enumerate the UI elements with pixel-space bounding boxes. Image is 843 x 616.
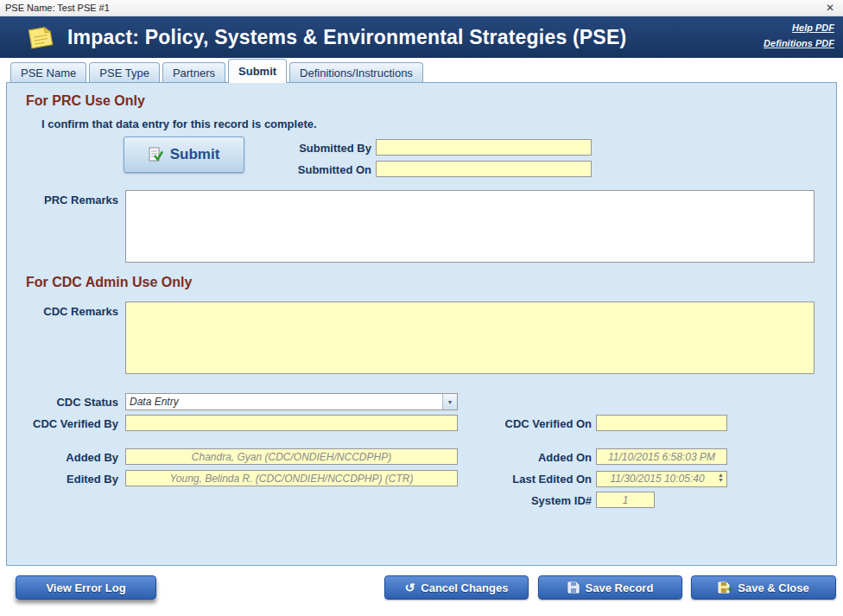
save-close-button[interactable]: Save & Close: [691, 575, 836, 600]
cdc-status-value: Data Entry: [126, 394, 442, 410]
tab-pse-type[interactable]: PSE Type: [89, 62, 160, 83]
tab-definitions-instructions[interactable]: Definitions/Instructions: [289, 62, 423, 83]
cdc-status-dropdown[interactable]: Data Entry ▼: [125, 393, 458, 410]
cancel-changes-button[interactable]: ↺ Cancel Changes: [384, 575, 529, 600]
cdc-remarks-label: CDC Remarks: [7, 305, 118, 318]
tabstrip: PSE Name PSE Type Partners Submit Defini…: [10, 58, 426, 83]
prc-remarks-label: PRC Remarks: [7, 194, 118, 206]
page-title: Impact: Policy, Systems & Environmental …: [67, 26, 626, 49]
help-pdf-link[interactable]: Help PDF: [764, 20, 834, 35]
view-error-log-label: View Error Log: [46, 581, 125, 594]
prc-section-heading: For PRC Use Only: [26, 93, 145, 109]
submit-button-label: Submit: [170, 146, 220, 163]
submitted-by-field[interactable]: [376, 139, 592, 156]
last-edited-on-field: [596, 471, 727, 487]
footer-bar: View Error Log ↺ Cancel Changes Save Rec…: [0, 566, 843, 616]
edited-by-field: [125, 470, 458, 486]
system-id-field: [596, 492, 655, 508]
cdc-verified-by-field[interactable]: [125, 415, 458, 431]
submit-form-icon: [149, 147, 163, 162]
close-icon[interactable]: ✕: [822, 2, 838, 14]
edited-by-label: Edited By: [7, 473, 118, 486]
tab-pse-name[interactable]: PSE Name: [10, 62, 86, 83]
definitions-pdf-link[interactable]: Definitions PDF: [764, 35, 834, 51]
submitted-by-label: Submitted By: [214, 142, 371, 155]
note-icon: [24, 24, 55, 50]
cancel-changes-label: Cancel Changes: [421, 581, 508, 594]
header-links: Help PDF Definitions PDF: [764, 20, 834, 51]
pse-window: PSE Name: Test PSE #1 ✕ Impact: Policy, …: [0, 0, 843, 616]
submit-tab-panel: For PRC Use Only I confirm that data ent…: [6, 82, 837, 566]
last-edited-on-spinner[interactable]: ▲ ▼: [716, 471, 726, 484]
added-by-label: Added By: [7, 451, 118, 464]
save-record-label: Save Record: [586, 581, 654, 594]
undo-icon: ↺: [405, 581, 415, 594]
cdc-verified-by-label: CDC Verified By: [7, 417, 118, 430]
added-on-label: Added On: [478, 451, 592, 464]
window-title: PSE Name: Test PSE #1: [5, 3, 822, 13]
submitted-on-field[interactable]: [376, 161, 592, 177]
prc-remarks-field[interactable]: [125, 190, 814, 263]
app-header: Impact: Policy, Systems & Environmental …: [0, 16, 843, 58]
spinner-down-icon[interactable]: ▼: [718, 478, 724, 483]
added-by-field: [125, 448, 458, 465]
cdc-remarks-field[interactable]: [125, 302, 814, 374]
tab-partners[interactable]: Partners: [162, 62, 225, 83]
view-error-log-button[interactable]: View Error Log: [16, 575, 156, 600]
last-edited-on-label: Last Edited On: [478, 473, 592, 486]
chevron-down-icon[interactable]: ▼: [442, 394, 457, 410]
prc-confirm-text: I confirm that data entry for this recor…: [41, 117, 317, 130]
cdc-section-heading: For CDC Admin Use Only: [26, 275, 192, 290]
save-close-label: Save & Close: [738, 581, 808, 594]
submitted-on-label: Submitted On: [214, 163, 371, 176]
save-record-button[interactable]: Save Record: [538, 575, 682, 600]
cdc-verified-on-label: CDC Verified On: [478, 417, 592, 430]
tab-submit[interactable]: Submit: [228, 59, 287, 83]
cdc-verified-on-field[interactable]: [596, 415, 727, 431]
added-on-field: [596, 448, 727, 465]
cdc-status-label: CDC Status: [7, 396, 118, 409]
save-close-icon: [718, 581, 732, 594]
last-edited-on-wrap: ▲ ▼: [596, 470, 727, 486]
window-titlebar: PSE Name: Test PSE #1 ✕: [0, 0, 843, 16]
save-icon: [567, 581, 580, 594]
system-id-label: System ID#: [478, 494, 592, 507]
